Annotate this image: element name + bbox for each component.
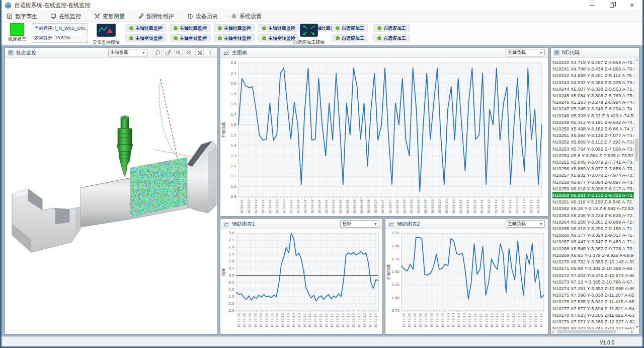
aux1-signal-dropdown[interactable]: 扭矩▼	[340, 220, 379, 228]
svg-text:16:59:02: 16:59:02	[240, 199, 244, 214]
svg-text:16:59:10: 16:59:10	[446, 313, 450, 328]
spindle-overload-monitor-button-1[interactable]: 主轴过载监控	[125, 24, 167, 32]
nc-line[interactable]: N10264 X6.258 Y-3.261 Z-8.989 A-72.072	[552, 219, 634, 225]
nc-line[interactable]: N10270 X6.762 Y-3.383 Z-10.143 A-69.34	[552, 258, 634, 265]
nc-line-current[interactable]: N10260 X6.081 Y-3.133 Z-8.422 A-72.835	[552, 192, 634, 198]
reset-view-icon[interactable]	[164, 49, 172, 56]
chevron-down-icon: ▼	[539, 222, 543, 226]
deformation-measure-icon	[94, 13, 100, 19]
spindle-idle-monitor-button-3[interactable]: 主轴空转监控	[214, 34, 255, 42]
app-window: 自适应系统-在线监控-在线监控 ✕ 数字孪生在线监控变形测量预测性维护设备历史系…	[0, 0, 644, 348]
scroll-right-icon[interactable]	[631, 330, 633, 333]
zoom-in-icon[interactable]	[174, 49, 183, 56]
nc-line[interactable]: N10247 X5.245 Y-3.249 Z-6.204 A-74.701	[552, 105, 634, 112]
nc-line[interactable]: N10261 X6.119 Y-3.159 Z-8.546 A-72.701	[552, 198, 634, 205]
lasso-select-icon[interactable]	[153, 49, 162, 56]
anomaly-module[interactable]: 异常监控模块	[91, 24, 121, 46]
adaptive-machining-button-3[interactable]: 自适应加工	[332, 34, 368, 42]
signal-select-dropdown[interactable]: 主轴负载▼	[108, 49, 147, 56]
close-icon[interactable]: ✕	[628, 2, 635, 9]
nc-line[interactable]: N10250 X5.498 Y-3.162 Z-6.86 A-74.178 C	[552, 125, 634, 132]
menu-item-3[interactable]: 变形测量	[94, 13, 125, 20]
machine-3d-view[interactable]	[5, 58, 217, 334]
svg-text:1.00: 1.00	[391, 296, 399, 300]
svg-text:1.50: 1.50	[391, 270, 399, 274]
nc-line[interactable]: N10256 X5.889 Y-3.077 Z-7.858 A-73.348	[552, 165, 634, 172]
main-chart-signal-dropdown[interactable]: 主轴负载▼	[506, 49, 545, 56]
nc-line[interactable]: N10243 X4.932 Y-3.369 Z-5.335 A-75.523	[552, 79, 634, 86]
nc-line[interactable]: N10242 X4.859 Y-3.401 Z-5.114 A-75.775	[552, 72, 634, 79]
nc-line[interactable]: N10252 X5.669 Y-3.112 Z-7.293 A-73.844	[552, 138, 634, 145]
svg-text:16:59:08: 16:59:08	[403, 199, 407, 214]
aux2-signal-dropdown[interactable]: 主轴负载▼	[506, 220, 545, 228]
scrollbar-thumb[interactable]	[635, 138, 638, 162]
nc-line[interactable]: N10279 X7.971 Y-3.266 Z-12.027 A-62.98	[552, 318, 634, 325]
svg-text:16:59:09: 16:59:09	[270, 313, 274, 328]
nc-line[interactable]: N10262 X6.16 Y-3.19 Z-8.682 A-72.534 C	[552, 205, 634, 212]
svg-text:16:59:12: 16:59:12	[325, 313, 329, 328]
nc-line[interactable]: N10251 X5.584 Y-3.136 Z-7.077 A-74.012	[552, 132, 634, 138]
status-dot-icon	[174, 26, 178, 30]
spindle-idle-monitor-button-1[interactable]: 主轴空转监控	[125, 34, 167, 42]
nc-line[interactable]: N10255 X5.845 Y-3.079 Z-7.741 A-73.458	[552, 159, 634, 165]
horizontal-scrollbar[interactable]	[551, 329, 634, 334]
spindle-idle-monitor-button-2[interactable]: 主轴空转监控	[170, 34, 211, 42]
minimize-icon[interactable]	[588, 2, 595, 9]
nc-line[interactable]: N10248 X5.328 Y-3.22 Z-6.423 A-74.52 C	[552, 112, 634, 119]
menu-item-2[interactable]: 在线监控	[50, 13, 81, 20]
spindle-overload-monitor-button-3[interactable]: 主轴过载监控	[214, 24, 255, 32]
nc-line[interactable]: N10273 X7.13 Y-3.365 Z-10.786 A-67.372	[552, 279, 634, 285]
view-count-indicator[interactable]: 1	[206, 49, 214, 56]
nc-line[interactable]: N10240 X4.719 Y-3.467 Z-4.669 A-76.396	[552, 59, 634, 65]
scroll-down-icon[interactable]	[635, 326, 638, 328]
adaptive-machining-button-4[interactable]: 自适应加工	[373, 34, 410, 42]
aux-chart2-canvas[interactable]: 16:59:0816:59:0816:59:0816:59:0816:59:09…	[385, 229, 548, 334]
nc-line[interactable]: N10274 X7.261 Y-3.352 Z-10.998 A-66.67	[552, 285, 634, 292]
nc-line[interactable]: N10267 X6.447 Y-3.347 Z-9.489 A-71.055	[552, 238, 634, 245]
svg-text:16:59:03: 16:59:03	[289, 199, 293, 214]
menu-item-1[interactable]: 数字孪生	[7, 13, 37, 20]
scroll-left-icon[interactable]	[552, 330, 553, 333]
nc-line[interactable]: N10257 X5.932 Y-3.078 Z-7.974 A-73.243	[552, 172, 634, 178]
adaptive-machining-button-2[interactable]: 自适应加工	[373, 24, 410, 32]
zoom-out-icon[interactable]	[185, 49, 193, 56]
nc-line[interactable]: N10259 X6.016 Y-3.098 Z-8.217 A-73.036	[552, 185, 634, 192]
nc-line[interactable]: N10253 X5.754 Y-3.092 Z-7.508 A-73.677	[552, 146, 634, 152]
nc-line[interactable]: N10266 X6.377 Y-3.324 Z-9.317 A-71.443	[552, 232, 634, 238]
nc-line[interactable]: N10265 X6.316 Y-3.296 Z-9.156 A-71.771	[552, 225, 634, 232]
nc-line[interactable]: N10249 X5.413 Y-3.191 Z-6.642 A-74.346	[552, 119, 634, 125]
main-chart-canvas[interactable]: 16:59:0216:59:0216:59:0216:59:0216:59:03…	[220, 58, 548, 216]
aux-chart1-canvas[interactable]: 16:59:0816:59:0816:59:0816:59:0816:59:09…	[220, 229, 382, 334]
scrollbar-thumb[interactable]	[557, 330, 616, 333]
nc-line[interactable]: N10278 X7.823 Y-3.286 Z-11.825 A-63.73	[552, 312, 634, 318]
nc-line[interactable]: N10258 X5.977 Y-3.084 Z-8.097 A-73.138	[552, 179, 634, 185]
svg-text:16:59:14: 16:59:14	[374, 313, 378, 328]
restore-icon[interactable]	[608, 2, 615, 9]
menu-item-6[interactable]: 系统设置	[231, 13, 262, 20]
nc-line[interactable]: N10263 X6.206 Y-3.224 Z-8.828 A-72.33 C	[552, 212, 634, 219]
nc-line[interactable]: N10254 X5.8 Y-3.084 Z-7.625 A-73.571 C	[552, 152, 634, 159]
nc-line[interactable]: N10244 X5.007 Y-3.338 Z-5.553 A-75.297	[552, 86, 634, 92]
nc-line[interactable]: N10277 X7.677 Y-3.304 Z-11.621 A-64.48	[552, 305, 634, 312]
svg-text:16:59:12: 16:59:12	[506, 313, 510, 328]
scroll-up-icon[interactable]	[635, 59, 638, 60]
vertical-scrollbar[interactable]	[634, 58, 639, 329]
nc-line[interactable]: N10275 X7.396 Y-3.338 Z-11.207 A-65.95	[552, 292, 634, 298]
menu-item-4[interactable]: 预测性维护	[138, 13, 174, 20]
nc-line[interactable]: N10276 X7.535 Y-3.322 Z-11.415 A-65.22	[552, 298, 634, 305]
nc-line[interactable]: N10280 X8.123 Y-3.245 Z-12.227 A-62.23	[552, 325, 634, 329]
nc-line[interactable]: N10246 X5.163 Y-3.279 Z-5.984 A-74.892	[552, 99, 634, 105]
spindle-overload-monitor-button-2[interactable]: 主轴过载监控	[170, 24, 211, 32]
nc-line[interactable]: N10241 X4.788 Y-3.434 Z-4.893 A-76.062	[552, 65, 634, 72]
fit-view-icon[interactable]	[195, 49, 204, 56]
nc-code-list: N10240 X4.719 Y-3.467 Z-4.669 A-76.396N1…	[551, 58, 634, 329]
adaptive-module[interactable]: 自适应加工模块	[290, 24, 328, 46]
nc-line[interactable]: N10271 X6.88 Y-3.381 Z-10.359 A-68.711	[552, 265, 634, 271]
adaptive-machining-button-1[interactable]: 自适应加工	[332, 24, 368, 32]
nc-line[interactable]: N10272 X7.002 Y-3.375 Z-10.573 A-68.05	[552, 272, 634, 279]
nc-line[interactable]: N10269 X6.65 Y-3.379 Z-9.926 A-69.947 C	[552, 252, 634, 258]
svg-text:16:59:13: 16:59:13	[528, 313, 532, 328]
nc-line[interactable]: N10268 X6.545 Y-3.367 Z-9.708 A-70.519	[552, 245, 634, 252]
nc-line[interactable]: N10245 X5.084 Y-3.308 Z-5.769 A-75.088	[552, 92, 634, 99]
menu-item-5[interactable]: 设备历史	[187, 13, 218, 20]
